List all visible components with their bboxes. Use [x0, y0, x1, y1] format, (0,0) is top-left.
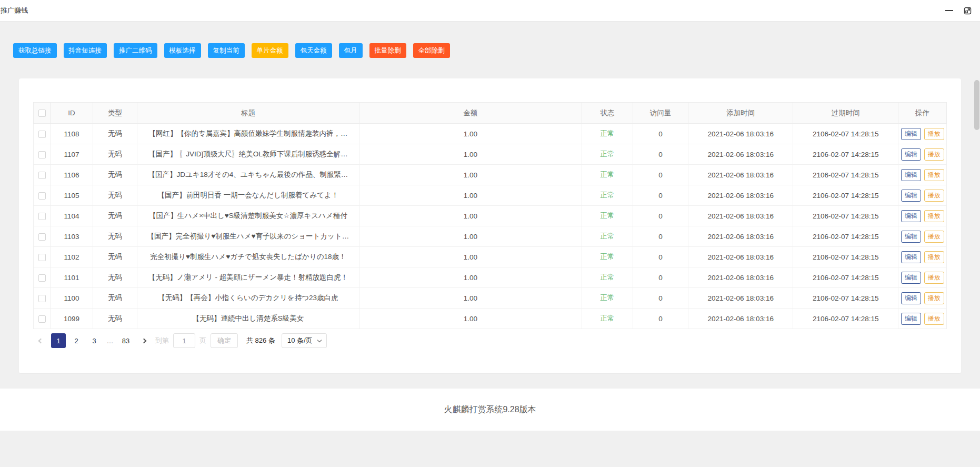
play-button[interactable]: 播放: [924, 292, 944, 304]
edit-button[interactable]: 编辑: [901, 251, 921, 263]
cell-id: 1104: [51, 206, 93, 226]
edit-button[interactable]: 编辑: [901, 190, 921, 202]
row-checkbox[interactable]: [38, 315, 46, 323]
content-card: ID 类型 标题 金额 状态 访问量 添加时间 过期时间 操作 1108 无码 …: [19, 78, 961, 373]
toolbar: 获取总链接 抖音短连接 推广二维码 模板选择 复制当前 单片金额 包天金额 包月…: [0, 22, 980, 58]
cell-status: 正常: [582, 267, 633, 288]
single-price-button[interactable]: 单片金额: [252, 43, 288, 58]
header-select-all: [34, 103, 51, 124]
row-checkbox[interactable]: [38, 254, 46, 261]
play-button[interactable]: 播放: [924, 272, 944, 284]
cell-added-time: 2021-02-06 18:03:16: [688, 206, 793, 226]
month-price-button[interactable]: 包月: [339, 43, 363, 58]
cell-id: 1106: [51, 165, 93, 185]
day-price-button[interactable]: 包天金额: [295, 43, 332, 58]
cell-expire-time: 2106-02-07 14:28:15: [793, 288, 898, 309]
page-size-select[interactable]: 10 条/页: [282, 333, 327, 348]
cell-added-time: 2021-02-06 18:03:16: [688, 247, 793, 267]
delete-all-button[interactable]: 全部除删: [413, 43, 450, 58]
next-page-button[interactable]: [136, 333, 151, 348]
edit-button[interactable]: 编辑: [901, 231, 921, 243]
cell-actions: 编辑 播放: [898, 206, 947, 226]
template-select-button[interactable]: 模板选择: [164, 43, 201, 58]
promo-qrcode-button[interactable]: 推广二维码: [114, 43, 157, 58]
douyin-short-link-button[interactable]: 抖音短连接: [64, 43, 107, 58]
row-checkbox[interactable]: [38, 274, 46, 282]
row-checkbox[interactable]: [38, 131, 46, 138]
play-button[interactable]: 播放: [924, 128, 944, 140]
cell-id: 1103: [51, 226, 93, 247]
cell-status: 正常: [582, 165, 633, 185]
scrollbar-thumb[interactable]: [974, 80, 979, 130]
cell-amount: 1.00: [359, 267, 582, 288]
header-actions: 操作: [898, 103, 947, 124]
cell-type: 无码: [93, 247, 137, 267]
confirm-jump-button[interactable]: 确定: [211, 333, 238, 348]
cell-expire-time: 2106-02-07 14:28:15: [793, 309, 898, 329]
cell-amount: 1.00: [359, 144, 582, 165]
chevron-left-icon: [38, 338, 43, 343]
cell-actions: 编辑 播放: [898, 165, 947, 185]
cell-type: 无码: [93, 165, 137, 185]
row-checkbox[interactable]: [38, 172, 46, 179]
chevron-down-icon: [317, 338, 321, 342]
window-title: 推广赚钱: [1, 6, 28, 15]
play-button[interactable]: 播放: [924, 231, 944, 243]
cell-type: 无码: [93, 309, 137, 329]
cell-type: 无码: [93, 226, 137, 247]
row-checkbox[interactable]: [38, 295, 46, 302]
select-all-checkbox[interactable]: [38, 110, 46, 117]
play-button[interactable]: 播放: [924, 169, 944, 181]
cell-title: 【国产】 〖JVID]顶级大尺〗绝美OL教师下课后制服诱惑全解…: [137, 144, 359, 165]
videos-table: ID 类型 标题 金额 状态 访问量 添加时间 过期时间 操作 1108 无码 …: [33, 102, 947, 329]
page-button-1[interactable]: 1: [51, 333, 66, 348]
row-checkbox[interactable]: [38, 151, 46, 158]
window-controls: [945, 7, 972, 15]
jump-suffix-label: 页: [199, 336, 206, 345]
jump-page-input[interactable]: [173, 333, 195, 348]
edit-button[interactable]: 编辑: [901, 313, 921, 325]
row-checkbox[interactable]: [38, 192, 46, 200]
page-button-83[interactable]: 83: [118, 333, 133, 348]
prev-page-button[interactable]: [33, 333, 48, 348]
table-row: 1105 无码 【国产】前田明日香 一期一会なんだし制服着てみてよ！ 1.00 …: [34, 185, 947, 206]
batch-delete-button[interactable]: 批量除删: [369, 43, 406, 58]
pagination: 1 2 3 … 83 到第 页 确定 共 826 条 10 条/页: [33, 333, 947, 348]
edit-button[interactable]: 编辑: [901, 210, 921, 222]
row-checkbox[interactable]: [38, 213, 46, 220]
play-button[interactable]: 播放: [924, 313, 944, 325]
cell-amount: 1.00: [359, 309, 582, 329]
play-button[interactable]: 播放: [924, 190, 944, 202]
table-row: 1104 无码 【国产】生ハメ×中出し♥S級清楚制服美女☆濃厚キスハメ種付 1.…: [34, 206, 947, 226]
cell-visits: 0: [633, 247, 688, 267]
cell-amount: 1.00: [359, 288, 582, 309]
edit-button[interactable]: 编辑: [901, 272, 921, 284]
edit-button[interactable]: 编辑: [901, 128, 921, 140]
cell-id: 1101: [51, 267, 93, 288]
jump-prefix-label: 到第: [155, 336, 169, 345]
cell-expire-time: 2106-02-07 14:28:15: [793, 124, 898, 144]
table-row: 1106 无码 【国产】JDユキ18才その4、ユキちゃん最後の作品、制服緊… 1…: [34, 165, 947, 185]
page-button-3[interactable]: 3: [87, 333, 102, 348]
header-type: 类型: [93, 103, 137, 124]
play-button[interactable]: 播放: [924, 210, 944, 222]
cell-actions: 编辑 播放: [898, 185, 947, 206]
cell-type: 无码: [93, 206, 137, 226]
cell-added-time: 2021-02-06 18:03:16: [688, 226, 793, 247]
edit-button[interactable]: 编辑: [901, 169, 921, 181]
page-button-2[interactable]: 2: [69, 333, 84, 348]
cell-status: 正常: [582, 309, 633, 329]
cell-type: 无码: [93, 124, 137, 144]
cell-visits: 0: [633, 185, 688, 206]
play-button[interactable]: 播放: [924, 148, 944, 161]
maximize-icon[interactable]: [964, 7, 972, 15]
total-count-label: 共 826 条: [246, 336, 275, 345]
play-button[interactable]: 播放: [924, 251, 944, 263]
get-total-link-button[interactable]: 获取总链接: [13, 43, 57, 58]
edit-button[interactable]: 编辑: [901, 292, 921, 304]
cell-visits: 0: [633, 309, 688, 329]
row-checkbox[interactable]: [38, 233, 46, 241]
edit-button[interactable]: 编辑: [901, 148, 921, 161]
minimize-icon[interactable]: [945, 10, 953, 11]
copy-current-button[interactable]: 复制当前: [208, 43, 245, 58]
